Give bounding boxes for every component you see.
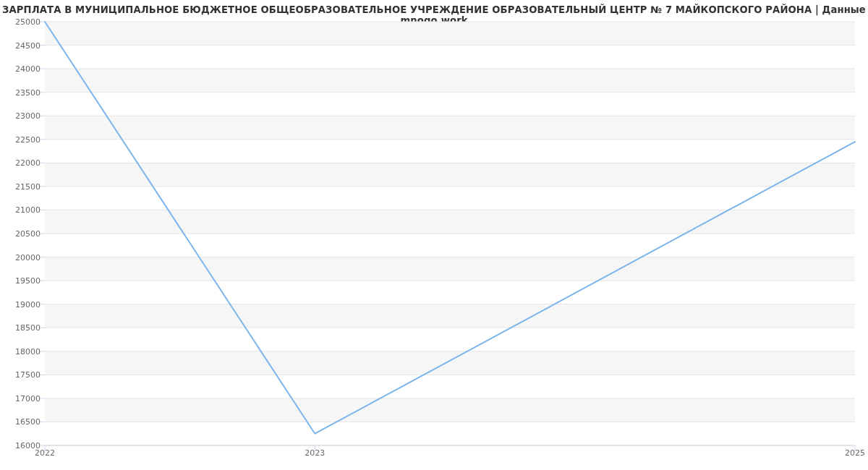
y-tick-label: 17500 bbox=[7, 370, 41, 380]
y-tick-label: 18000 bbox=[7, 346, 41, 356]
y-tick-label: 24000 bbox=[7, 64, 41, 74]
y-tick-label: 19500 bbox=[7, 276, 41, 286]
y-tick-label: 23500 bbox=[7, 87, 41, 97]
y-tick-label: 18500 bbox=[7, 323, 41, 333]
y-tick-label: 17000 bbox=[7, 393, 41, 403]
y-tick-label: 21500 bbox=[7, 181, 41, 191]
data-line bbox=[45, 22, 855, 445]
y-tick-label: 16500 bbox=[7, 417, 41, 427]
y-tick-label: 24500 bbox=[7, 40, 41, 50]
plot-area bbox=[45, 22, 855, 445]
y-tick-label: 20500 bbox=[7, 229, 41, 239]
y-tick-label: 22000 bbox=[7, 158, 41, 168]
x-tick-label: 2023 bbox=[305, 448, 325, 458]
chart-container: ЗАРПЛАТА В МУНИЦИПАЛЬНОЕ БЮДЖЕТНОЕ ОБЩЕО… bbox=[0, 0, 868, 470]
y-tick-label: 22500 bbox=[7, 134, 41, 144]
y-tick-label: 23000 bbox=[7, 111, 41, 121]
x-tick-label: 2025 bbox=[845, 448, 865, 458]
y-tick-label: 21000 bbox=[7, 205, 41, 215]
y-tick-label: 25000 bbox=[7, 17, 41, 27]
y-tick-label: 19000 bbox=[7, 299, 41, 309]
y-tick-label: 20000 bbox=[7, 252, 41, 262]
x-tick-label: 2022 bbox=[35, 448, 55, 458]
